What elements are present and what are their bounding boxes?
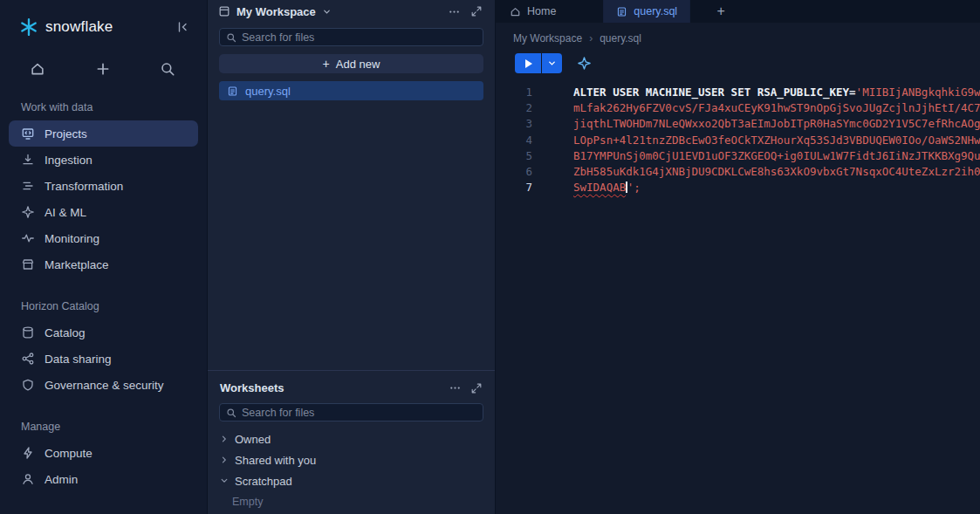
worksheets-search-input[interactable]: [242, 407, 476, 419]
sidebar-item-catalog[interactable]: Catalog: [9, 319, 198, 346]
ai-ml-icon: [21, 205, 35, 219]
file-explorer: My Workspace: [208, 0, 495, 370]
code-line[interactable]: mLfak262Hy6FZV0cvS/FJa4xuCEyK91hwST9nOpG…: [573, 100, 980, 116]
code-segment-string: B17YMPUnSj0m0CjU1EVD1uOF3ZKGEOQ+ig0IULw1…: [573, 149, 980, 162]
copilot-sparkle-icon[interactable]: [575, 54, 593, 72]
worksheets-section: Worksheets: [208, 370, 495, 514]
add-new-button[interactable]: + Add new: [219, 54, 483, 73]
line-number[interactable]: 7: [496, 180, 532, 195]
code-line[interactable]: SwIDAQAB';: [573, 180, 980, 195]
section-label-work-with-data: Work with data: [21, 101, 207, 113]
run-split-button: [515, 53, 562, 73]
worksheets-more-icon[interactable]: [447, 380, 463, 396]
run-options-dropdown[interactable]: [542, 53, 562, 73]
snowflake-icon: [19, 17, 38, 37]
code-segment-string: 'MIIBIjANBgkqhkiG9w: [856, 86, 980, 99]
worksheets-expand-icon[interactable]: [469, 380, 484, 396]
breadcrumb: My Workspace › query.sql: [496, 23, 980, 45]
sidebar-item-ingestion[interactable]: Ingestion: [9, 147, 198, 173]
nav-work-with-data: Projects Ingestion Transformation: [0, 115, 207, 278]
code-line[interactable]: ZbH585uKdk1G4jXNBjDU9CDKLCwE8hs63XkO9vbx…: [573, 164, 980, 180]
code-segment-string: mLfak262Hy6FZV0cvS/FJa4xuCEyK91hwST9nOpG…: [573, 101, 980, 114]
run-button[interactable]: [515, 53, 541, 73]
sidebar-item-monitoring[interactable]: Monitoring: [9, 225, 198, 251]
code-line[interactable]: LOpPsn+4l21tnzZDBcEwO3feOCkTXZHourXq53SJ…: [573, 133, 980, 148]
sidebar-item-label: Marketplace: [45, 258, 109, 271]
sidebar-item-governance-security[interactable]: Governance & security: [9, 372, 198, 398]
explorer-header: My Workspace: [208, 0, 495, 23]
worksheets-header: Worksheets: [208, 371, 495, 398]
tree-group-label: Scratchpad: [235, 475, 292, 488]
line-number[interactable]: 1: [496, 85, 532, 100]
worksheets-title: Worksheets: [220, 381, 442, 394]
data-sharing-icon: [21, 352, 35, 366]
sidebar-item-projects[interactable]: Projects: [9, 120, 198, 147]
sidebar-item-data-sharing[interactable]: Data sharing: [9, 346, 198, 372]
tab-home[interactable]: Home: [496, 0, 604, 23]
catalog-icon: [21, 326, 35, 339]
line-number[interactable]: 2: [496, 100, 532, 116]
scratchpad-empty-label: Empty: [208, 491, 495, 512]
section-label-manage: Manage: [21, 421, 207, 433]
ingestion-icon: [21, 153, 35, 167]
sidebar-item-label: Catalog: [45, 326, 86, 339]
code-line[interactable]: B17YMPUnSj0m0CjU1EVD1uOF3ZKGEOQ+ig0IULw1…: [573, 148, 980, 164]
breadcrumb-root[interactable]: My Workspace: [513, 32, 582, 45]
sidebar-quick-actions: [0, 37, 207, 79]
tree-group-scratchpad[interactable]: Scratchpad: [208, 470, 495, 491]
code-segment-string: ';: [627, 181, 641, 194]
monitoring-icon: [21, 231, 35, 245]
chevron-down-icon[interactable]: [322, 7, 332, 17]
code-line[interactable]: ALTER USER MACHINE_USER SET RSA_PUBLIC_K…: [573, 85, 980, 100]
sidebar-item-label: Compute: [45, 447, 93, 460]
sidebar-item-label: Projects: [45, 127, 87, 140]
tree-group-owned[interactable]: Owned: [208, 428, 495, 449]
code-editor[interactable]: 1234567 ALTER USER MACHINE_USER SET RSA_…: [496, 73, 980, 514]
sidebar-item-label: AI & ML: [45, 206, 86, 219]
code-line[interactable]: jiqthLTWOHDm7NLeQWxxo2QbT3aEImJobITpR0Ha…: [573, 116, 980, 132]
home-icon[interactable]: [28, 59, 47, 79]
file-item-query-sql[interactable]: query.sql: [219, 81, 483, 100]
editor-tabbar: Home query.sql +: [496, 0, 980, 23]
explorer-search: [219, 28, 483, 46]
explorer-search-input[interactable]: [242, 31, 476, 44]
tab-query-sql[interactable]: query.sql: [604, 0, 690, 23]
code-lines[interactable]: ALTER USER MACHINE_USER SET RSA_PUBLIC_K…: [532, 85, 980, 514]
chevron-right-icon: [220, 456, 229, 464]
sidebar-item-admin[interactable]: Admin: [9, 466, 198, 492]
sidebar-item-label: Transformation: [45, 180, 123, 193]
collapse-sidebar-icon[interactable]: [174, 18, 191, 36]
admin-person-icon: [21, 472, 35, 486]
search-icon[interactable]: [158, 59, 177, 79]
sidebar-item-compute[interactable]: Compute: [9, 440, 198, 466]
sql-file-icon: [227, 86, 238, 97]
explorer-more-icon[interactable]: [446, 3, 463, 20]
explorer-collapse-icon[interactable]: [469, 3, 484, 19]
sidebar-item-label: Ingestion: [45, 154, 93, 167]
compute-icon: [21, 446, 35, 460]
line-number[interactable]: 4: [496, 133, 532, 148]
nav-manage: Compute Admin: [0, 435, 207, 492]
search-icon: [226, 32, 236, 43]
new-tab-plus-icon[interactable]: +: [706, 0, 736, 23]
create-plus-icon[interactable]: [93, 59, 113, 79]
tree-group-shared-with-you[interactable]: Shared with you: [208, 449, 495, 470]
tab-label: query.sql: [634, 5, 677, 17]
line-number[interactable]: 6: [496, 164, 532, 180]
nav-horizon-catalog: Catalog Data sharing Governance & securi…: [0, 314, 207, 398]
tree-group-label: Shared with you: [235, 454, 316, 467]
sidebar-item-label: Admin: [45, 473, 78, 486]
workspace-title[interactable]: My Workspace: [236, 5, 316, 18]
code-segment-code: ALTER USER MACHINE_USER SET RSA_PUBLIC_K…: [573, 86, 856, 99]
chevron-right-icon: [220, 435, 229, 443]
sql-file-icon: [616, 6, 627, 17]
sidebar-item-transformation[interactable]: Transformation: [9, 173, 198, 199]
chevron-down-icon: [220, 476, 229, 485]
file-name: query.sql: [245, 85, 291, 98]
sidebar-item-ai-ml[interactable]: AI & ML: [9, 199, 198, 225]
worksheets-search: [219, 403, 483, 421]
line-number[interactable]: 5: [496, 148, 532, 164]
sidebar-item-marketplace[interactable]: Marketplace: [9, 251, 198, 278]
breadcrumb-separator: ›: [589, 32, 593, 45]
line-number[interactable]: 3: [496, 116, 532, 132]
